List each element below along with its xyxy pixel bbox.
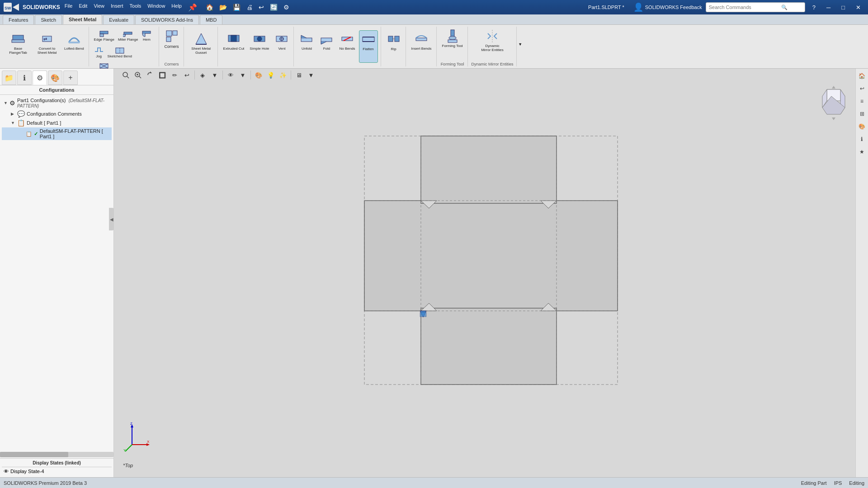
menu-window[interactable]: Window <box>145 2 168 13</box>
vt-hide-show[interactable]: 👁 <box>225 70 236 80</box>
rt-paint[interactable]: 🎨 <box>857 121 868 132</box>
menu-insert[interactable]: Insert <box>108 2 126 13</box>
svg-rect-9 <box>100 34 104 37</box>
dynamic-mirror-btn[interactable]: Dynamic Mirror Entities <box>479 28 506 60</box>
tree-expand-0[interactable]: ▼ <box>4 101 8 105</box>
corners-icon <box>165 29 179 43</box>
vt-realview[interactable]: ✨ <box>278 70 288 80</box>
rt-settings[interactable]: ≡ <box>857 96 868 107</box>
tab-mbd[interactable]: MBD <box>200 15 222 24</box>
tab-evaluate[interactable]: Evaluate <box>103 15 134 24</box>
close-btn[interactable]: ✕ <box>852 3 864 12</box>
qt-open[interactable]: 📂 <box>217 2 229 12</box>
menu-file[interactable]: File <box>62 2 75 13</box>
convert-sheet-btn[interactable]: ⇄ Convert to Sheet Metal <box>33 30 61 63</box>
tab-addins[interactable]: SOLIDWORKS Add-Ins <box>135 15 199 24</box>
vt-scene[interactable]: 💡 <box>265 70 276 80</box>
vt-zoom-to-fit[interactable] <box>120 70 131 80</box>
edge-flange-btn[interactable]: Edge Flange <box>93 27 116 42</box>
rt-info[interactable]: ℹ <box>857 134 868 145</box>
unfold-btn[interactable]: Unfold <box>297 30 316 63</box>
panel-tab-tree[interactable]: 📁 <box>2 70 16 85</box>
insert-bends-btn[interactable]: Insert Bends <box>410 30 434 63</box>
rt-arrow[interactable]: ↩ <box>857 83 868 94</box>
tab-sheet-metal[interactable]: Sheet Metal <box>63 14 102 24</box>
miter-flange-btn[interactable]: Miter Flange <box>117 27 139 42</box>
corners-group-label: Corners <box>165 62 179 66</box>
menu-view[interactable]: View <box>91 2 107 13</box>
ribbon-group-forming-tool: Forming Tool Forming Tool <box>438 27 468 66</box>
vt-display-style[interactable]: ◈ <box>197 70 208 80</box>
tree-part1-config[interactable]: ▼ ⚙ Part1 Configuration(s) (DefaultSM-FL… <box>2 97 112 109</box>
panel-tab-properties[interactable]: ℹ <box>17 70 32 85</box>
tree-expand-1[interactable]: ▶ <box>11 112 15 116</box>
search-commands-box[interactable]: 🔍 <box>706 2 805 12</box>
insert-bends-label: Insert Bends <box>411 47 432 51</box>
vt-hide-show-arrow[interactable]: ▼ <box>237 70 248 80</box>
jog-icon <box>94 44 104 54</box>
dynamic-mirror-group-label: Dynamic Mirror Entities <box>472 62 514 66</box>
gusset-btn[interactable]: Sheet Metal Gusset <box>188 30 215 63</box>
qt-rebuild[interactable]: 🔄 <box>268 2 280 12</box>
forming-tool-btn[interactable]: Forming Tool <box>440 28 465 60</box>
vent-btn[interactable]: Vent <box>273 30 291 63</box>
svg-rect-60 <box>364 201 618 311</box>
vt-prev-view[interactable]: ↩ <box>181 70 192 80</box>
qt-new[interactable]: 🏠 <box>203 2 216 12</box>
simple-hole-btn[interactable]: Simple Hole <box>248 30 271 63</box>
tab-features[interactable]: Features <box>3 15 34 24</box>
status-bar: SOLIDWORKS Premium 2019 Beta 3 Editing P… <box>0 477 868 488</box>
qt-save[interactable]: 💾 <box>231 2 243 12</box>
jog-btn[interactable]: Jog <box>93 43 105 59</box>
help-btn[interactable]: ? <box>809 3 819 12</box>
extruded-cut-btn[interactable]: Extruded Cut <box>222 30 246 63</box>
tab-sketch[interactable]: Sketch <box>35 15 62 24</box>
panel-tab-palette[interactable]: 🎨 <box>48 70 62 85</box>
tree-h-scroll[interactable] <box>0 452 113 457</box>
maximize-btn[interactable]: □ <box>838 3 849 12</box>
base-flange-btn[interactable]: Base Flange/Tab <box>5 30 32 63</box>
display-states-label: Display States (linked) <box>2 460 112 467</box>
vt-appearance[interactable]: 🎨 <box>253 70 264 80</box>
tree-config-comments[interactable]: ▶ 💬 Configuration Comments <box>2 109 112 118</box>
rt-grid[interactable]: ⊞ <box>857 108 868 119</box>
menu-edit[interactable]: Edit <box>76 2 90 13</box>
vt-display-style-arrow[interactable]: ▼ <box>209 70 220 80</box>
vt-orient[interactable]: ✏ <box>169 70 180 80</box>
display-state-item[interactable]: 👁 Display State-4 <box>2 467 112 475</box>
search-commands-input[interactable] <box>709 5 781 10</box>
menu-help[interactable]: Help <box>169 2 184 13</box>
corners-btn[interactable]: Corners <box>163 28 181 60</box>
no-bends-btn[interactable]: No Bends <box>337 30 357 63</box>
vt-viewport-arrow[interactable]: ▼ <box>306 70 316 80</box>
svg-marker-21 <box>196 33 207 44</box>
flatten-btn[interactable]: Flatten <box>359 30 378 63</box>
menu-tools[interactable]: Tools <box>127 2 144 13</box>
fold-btn[interactable]: Fold <box>317 30 335 63</box>
tree-default[interactable]: ▼ 📋 Default [ Part1 ] <box>2 118 112 127</box>
viewport[interactable]: X Z Y *Top <box>114 69 868 477</box>
tree-expand-2[interactable]: ▼ <box>11 121 15 125</box>
panel-tab-extra[interactable]: + <box>63 70 78 85</box>
qt-print[interactable]: 🖨 <box>244 2 255 12</box>
menu-pin[interactable]: 📌 <box>185 2 200 13</box>
panel-collapse-handle[interactable]: ◀ <box>109 208 114 230</box>
lofted-bend-btn[interactable]: Lofted-Bend <box>62 30 86 63</box>
viewcube[interactable] <box>816 85 852 121</box>
qt-options[interactable]: ⚙ <box>281 2 292 12</box>
rt-star[interactable]: ★ <box>857 146 868 157</box>
ribbon-group-cut: Extruded Cut Simple Hole <box>219 27 294 66</box>
panel-tab-configurations[interactable]: ⚙ <box>33 70 47 85</box>
rip-btn[interactable]: Rip <box>385 30 403 63</box>
ribbon-more-btn[interactable]: ▼ <box>518 41 523 47</box>
minimize-btn[interactable]: ─ <box>823 3 834 12</box>
hem-btn[interactable]: Hem <box>140 27 153 42</box>
convert-sheet-icon: ⇄ <box>40 32 54 46</box>
vt-zoom[interactable] <box>132 70 143 80</box>
sketched-bend-btn[interactable]: Sketched Bend <box>106 43 133 59</box>
vt-viewport[interactable]: 🖥 <box>293 70 304 80</box>
vt-section[interactable]: 🔲 <box>157 70 168 80</box>
tree-default-sm[interactable]: 📋 ✓ DefaultSM-FLAT-PATTERN [ Part1 ] <box>2 127 112 140</box>
qt-undo[interactable]: ↩ <box>256 2 266 12</box>
vt-rotate[interactable] <box>145 70 156 80</box>
